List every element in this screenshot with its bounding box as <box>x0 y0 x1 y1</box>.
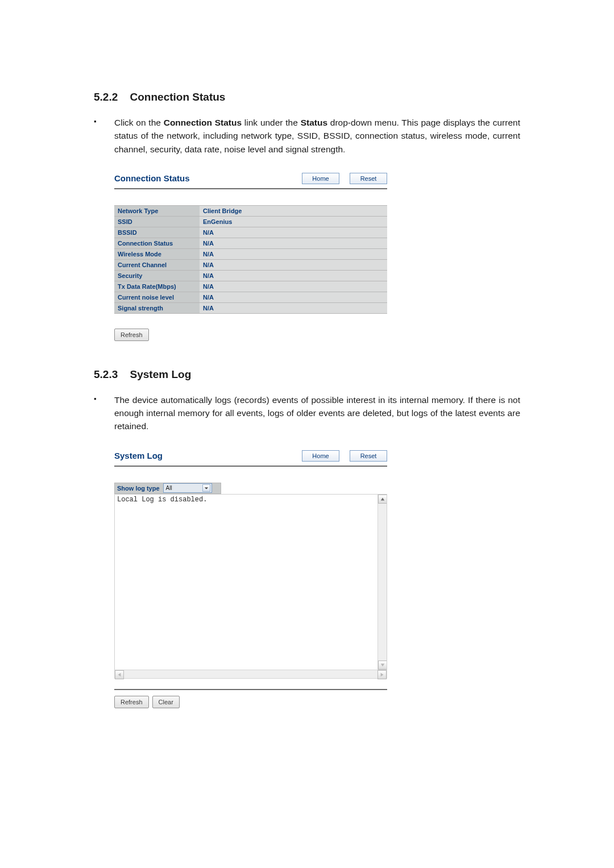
panel-title: System Log <box>114 451 163 460</box>
button-row: Refresh Clear <box>114 696 387 708</box>
row-label: BSSID <box>114 227 200 238</box>
connection-status-panel: Connection Status Home Reset Network Typ… <box>114 169 387 341</box>
divider <box>114 689 387 690</box>
log-content: Local Log is disabled. <box>117 496 207 504</box>
table-row: SSIDEnGenius <box>114 216 387 227</box>
table-row: Current ChannelN/A <box>114 259 387 270</box>
panel-header: Connection Status Home Reset <box>114 169 387 186</box>
divider <box>114 466 387 467</box>
button-row: Refresh <box>114 329 387 341</box>
bullet-text: Click on the Connection Status link unde… <box>114 116 520 156</box>
row-value: N/A <box>200 281 387 292</box>
vertical-scrollbar[interactable] <box>377 495 387 670</box>
refresh-button[interactable]: Refresh <box>114 329 149 341</box>
text-bold: Connection Status <box>164 118 242 127</box>
document-page: 5.2.2 Connection Status ▪ Click on the C… <box>0 0 614 868</box>
row-label: Wireless Mode <box>114 248 200 259</box>
bullet-marker: ▪ <box>94 393 114 433</box>
table-row: Network TypeClient Bridge <box>114 205 387 216</box>
row-label: Connection Status <box>114 238 200 248</box>
status-table: Network TypeClient Bridge SSIDEnGenius B… <box>114 205 387 314</box>
reset-button[interactable]: Reset <box>350 173 387 184</box>
bullet-marker: ▪ <box>94 116 114 156</box>
row-value: EnGenius <box>200 216 387 227</box>
chevron-down-icon <box>202 484 210 492</box>
text-bold: Status <box>301 118 327 127</box>
panel-button-group: Home Reset <box>302 173 387 184</box>
table-row: Current noise levelN/A <box>114 292 387 302</box>
row-value: N/A <box>200 259 387 270</box>
text-fragment: Click on the <box>114 118 164 127</box>
row-value: N/A <box>200 292 387 302</box>
row-value: N/A <box>200 227 387 238</box>
show-log-type-label: Show log type <box>117 485 160 492</box>
home-button[interactable]: Home <box>302 450 339 462</box>
row-label: Signal strength <box>114 302 200 313</box>
row-label: Network Type <box>114 205 200 216</box>
panel-button-group: Home Reset <box>302 450 387 462</box>
bullet-item: ▪ The device automatically logs (records… <box>94 393 520 433</box>
system-log-panel: System Log Home Reset Show log type All … <box>114 447 387 708</box>
table-row: Tx Data Rate(Mbps)N/A <box>114 281 387 292</box>
text-fragment: link under the <box>242 118 301 127</box>
clear-button[interactable]: Clear <box>152 696 180 708</box>
row-value: N/A <box>200 302 387 313</box>
log-textarea[interactable]: Local Log is disabled. <box>114 494 387 670</box>
reset-button[interactable]: Reset <box>350 450 387 462</box>
row-value: N/A <box>200 238 387 248</box>
refresh-button[interactable]: Refresh <box>114 696 149 708</box>
row-value: N/A <box>200 270 387 281</box>
section-title: Connection Status <box>130 91 226 103</box>
row-value: Client Bridge <box>200 205 387 216</box>
scroll-down-icon[interactable] <box>378 661 387 670</box>
heading-system-log: 5.2.3 System Log <box>94 368 520 381</box>
table-row: Wireless ModeN/A <box>114 248 387 259</box>
row-label: SSID <box>114 216 200 227</box>
show-log-type-row: Show log type All <box>114 483 221 494</box>
table-row: SecurityN/A <box>114 270 387 281</box>
row-label: Security <box>114 270 200 281</box>
row-label: Tx Data Rate(Mbps) <box>114 281 200 292</box>
row-label: Current noise level <box>114 292 200 302</box>
log-type-select[interactable]: All <box>163 483 212 493</box>
section-number: 5.2.2 <box>94 91 118 103</box>
heading-connection-status: 5.2.2 Connection Status <box>94 91 520 103</box>
bullet-text: The device automatically logs (records) … <box>114 393 520 433</box>
row-value: N/A <box>200 248 387 259</box>
log-type-value: All <box>166 485 172 491</box>
table-row: Signal strengthN/A <box>114 302 387 313</box>
table-row: Connection StatusN/A <box>114 238 387 248</box>
section-title: System Log <box>130 368 192 380</box>
divider <box>114 188 387 189</box>
section-number: 5.2.3 <box>94 368 118 381</box>
home-button[interactable]: Home <box>302 173 339 184</box>
panel-title: Connection Status <box>114 173 190 183</box>
table-row: BSSIDN/A <box>114 227 387 238</box>
row-label: Current Channel <box>114 259 200 270</box>
panel-header: System Log Home Reset <box>114 447 387 464</box>
horizontal-scrollbar[interactable] <box>114 670 387 679</box>
scroll-right-icon[interactable] <box>377 670 387 679</box>
scroll-left-icon[interactable] <box>115 670 124 679</box>
scroll-up-icon[interactable] <box>378 495 387 504</box>
bullet-item: ▪ Click on the Connection Status link un… <box>94 116 520 156</box>
